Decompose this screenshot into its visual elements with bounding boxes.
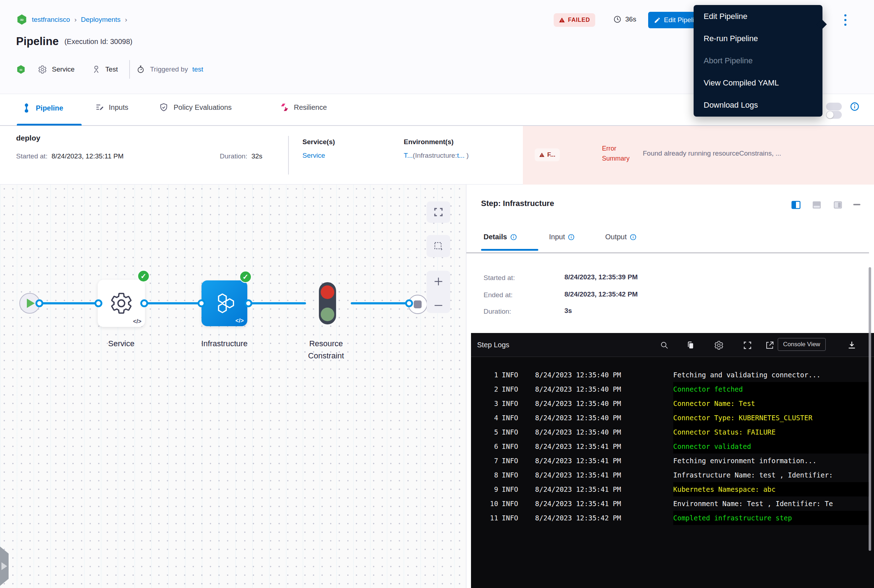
panel-scrollbar[interactable]: [869, 267, 871, 551]
triggered-by-label: Triggered by: [150, 66, 188, 74]
log-line[interactable]: 8INFO8/24/2023 12:35:41 PMInfrastructure…: [471, 468, 874, 482]
external-link-icon[interactable]: [765, 340, 775, 350]
log-line[interactable]: 5INFO8/24/2023 12:35:40 PMConnector Stat…: [471, 425, 874, 439]
log-level: INFO: [502, 411, 518, 425]
log-line[interactable]: 1INFO8/24/2023 12:35:40 PMFetching and v…: [471, 368, 874, 382]
pipeline-execution-page: ∞ testfrancisco › Deployments › Pipeline…: [0, 0, 874, 588]
log-line[interactable]: 2INFO8/24/2023 12:35:40 PMConnector fetc…: [471, 382, 874, 396]
log-line[interactable]: 9INFO8/24/2023 12:35:41 PMKubernetes Nam…: [471, 482, 874, 496]
breadcrumb-project-link[interactable]: testfrancisco: [32, 16, 70, 24]
menu-item-download-logs[interactable]: Download Logs: [693, 94, 823, 116]
detail-ended-value: 8/24/2023, 12:35:42 PM: [564, 290, 638, 298]
harness-cd-logo-icon: ∞: [16, 14, 27, 26]
layout-right-view-button[interactable]: [832, 200, 843, 210]
node-infrastructure[interactable]: </>: [202, 280, 247, 326]
log-message: Connector Name: Test: [673, 396, 869, 411]
traffic-light-red: [321, 285, 334, 299]
svg-text:∞: ∞: [20, 16, 24, 22]
layout-bottom-view-button[interactable]: [811, 200, 822, 210]
breadcrumb-deployments-link[interactable]: Deployments: [81, 16, 120, 24]
step-logs-title: Step Logs: [477, 333, 509, 357]
layout-split-view-button[interactable]: [791, 200, 801, 210]
status-badge: FAILED: [554, 13, 595, 27]
marquee-icon: [433, 241, 444, 252]
log-message: Infrastructure Name: test , Identifier:: [673, 468, 869, 482]
pipeline-icon: [22, 103, 31, 113]
view-toggle[interactable]: [826, 103, 842, 111]
log-line[interactable]: 4INFO8/24/2023 12:35:40 PMConnector Type…: [471, 411, 874, 425]
log-message: Connector Type: KUBERNETES_CLUSTER: [673, 411, 869, 425]
log-line-number: 2: [483, 382, 498, 396]
infrastructure-link[interactable]: t...: [457, 152, 465, 159]
tab-output[interactable]: Output: [605, 233, 637, 241]
error-summary-message[interactable]: Found already running resourceConstrains…: [643, 150, 857, 158]
minimize-panel-button[interactable]: [853, 204, 860, 205]
diagram-toggle[interactable]: [826, 111, 842, 119]
svg-text:∞: ∞: [19, 67, 23, 72]
tab-policy-evaluations[interactable]: Policy Evaluations: [159, 103, 232, 112]
error-badge-text: F...: [547, 151, 555, 159]
services-label: Service(s): [302, 138, 335, 146]
node-label-resource-constraint: Resource Constraint: [290, 339, 362, 360]
download-icon[interactable]: [847, 340, 856, 350]
zoom-out-button[interactable]: [433, 303, 444, 308]
success-check-icon: ✓: [239, 271, 251, 283]
search-icon[interactable]: [660, 340, 669, 350]
log-line[interactable]: 6INFO8/24/2023 12:35:41 PMConnector vali…: [471, 439, 874, 453]
node-label-infrastructure: Infrastructure: [189, 339, 260, 348]
console-view-button[interactable]: Console View: [778, 338, 826, 351]
copy-icon[interactable]: [686, 340, 695, 350]
tab-details[interactable]: Details: [483, 233, 517, 241]
service-link[interactable]: Service: [302, 152, 325, 159]
toggle-knob: [826, 111, 833, 118]
success-check-icon: ✓: [137, 270, 150, 282]
marquee-select-button[interactable]: [427, 235, 450, 257]
tab-pipeline[interactable]: Pipeline: [22, 103, 63, 113]
info-icon[interactable]: [850, 102, 860, 112]
tab-output-label: Output: [605, 233, 627, 241]
active-tab-underline: [17, 124, 81, 126]
duration-label: Duration:: [220, 152, 247, 160]
tab-resilience[interactable]: Resilience: [280, 103, 327, 112]
log-line-number: 11: [483, 511, 498, 525]
log-timestamp: 8/24/2023 12:35:40 PM: [535, 425, 621, 439]
expand-left-panel-handle[interactable]: [0, 546, 9, 586]
menu-item-abort-pipeline: Abort Pipeline: [693, 50, 823, 72]
environment-link[interactable]: T...: [404, 152, 413, 159]
tab-input[interactable]: Input: [549, 233, 575, 241]
chevron-right-icon: ›: [74, 16, 77, 24]
log-line[interactable]: 3INFO8/24/2023 12:35:40 PMConnector Name…: [471, 396, 874, 411]
node-resource-constraint[interactable]: [319, 282, 336, 324]
detail-duration-value: 3s: [564, 307, 572, 315]
log-line[interactable]: 11INFO8/24/2023 12:35:42 PMCompleted inf…: [471, 511, 874, 525]
stage-name[interactable]: deploy: [16, 134, 41, 142]
stop-icon: [414, 300, 421, 308]
duration-value: 32s: [251, 152, 262, 160]
menu-item-view-compiled-yaml[interactable]: View Compiled YAML: [693, 72, 823, 94]
edge-port: [95, 299, 102, 307]
stage-summary-bar: deploy Started at: 8/24/2023, 12:35:11 P…: [0, 126, 874, 184]
menu-item-rerun-pipeline[interactable]: Re-run Pipeline: [693, 27, 823, 50]
harness-cd-module-icon: ∞: [16, 64, 26, 75]
zoom-in-button[interactable]: [433, 276, 444, 287]
code-icon: </>: [133, 318, 141, 325]
log-line[interactable]: 7INFO8/24/2023 12:35:41 PMFetching envir…: [471, 453, 874, 468]
gear-icon[interactable]: [714, 340, 724, 350]
warning-icon: [539, 152, 545, 158]
log-level: INFO: [502, 482, 518, 496]
inputs-icon: [95, 103, 104, 112]
log-line[interactable]: 10INFO8/24/2023 12:35:41 PMEnvironment N…: [471, 496, 874, 511]
pipeline-canvas[interactable]: </> ✓ </> ✓: [0, 184, 466, 588]
edge: [248, 302, 306, 304]
log-message: Kubernetes Namespace: abc: [673, 482, 869, 496]
tab-inputs[interactable]: Inputs: [95, 103, 128, 112]
error-summary-strip: F... Error Summary Found already running…: [523, 126, 874, 184]
trigger-user-link[interactable]: test: [192, 66, 203, 74]
edge-port: [197, 299, 205, 307]
error-summary-label: Error Summary: [602, 143, 630, 164]
menu-item-edit-pipeline[interactable]: Edit Pipeline: [693, 5, 823, 27]
expand-icon[interactable]: [743, 340, 752, 350]
fullscreen-canvas-button[interactable]: [427, 201, 450, 223]
node-service[interactable]: </>: [98, 280, 145, 327]
kebab-menu-button[interactable]: [841, 13, 850, 27]
